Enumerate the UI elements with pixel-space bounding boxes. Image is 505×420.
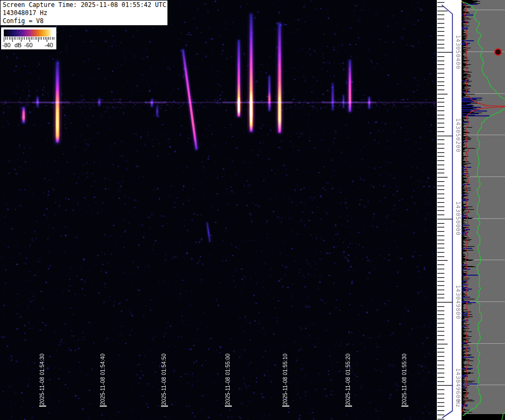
time-label: 2025-11-08 01:55:00: [225, 353, 231, 405]
frequency-label: 143049600: [455, 368, 462, 402]
colorbar-label-min: -80: [2, 42, 11, 48]
config-text: Config = V8: [3, 17, 167, 25]
time-tick-mark: [401, 406, 408, 407]
time-label: 2025-11-08 01:54:50: [161, 353, 167, 405]
capture-time-text: Screen Capture Time: 2025-11-08 01:55:42…: [3, 1, 167, 9]
time-tick-mark: [345, 406, 352, 407]
time-tick-mark: [39, 406, 46, 407]
frequency-label: 143050200: [455, 118, 462, 152]
colorbar-label-mid: -60: [24, 42, 33, 48]
time-tick-mark: [161, 406, 168, 407]
center-frequency-text: 143048017 Hz: [3, 9, 167, 17]
colorbar-ticks-major: [4, 37, 55, 42]
frequency-label: 143049800: [455, 285, 462, 319]
time-tick-mark: [282, 406, 289, 407]
frequency-label: 143050400: [455, 35, 462, 69]
colorbar-label-max: -40: [45, 42, 53, 48]
colorbar: -80 dB -60 -40: [1, 27, 56, 49]
info-box: Screen Capture Time: 2025-11-08 01:55:42…: [1, 1, 167, 25]
time-label: 2025-11-08 01:54:30: [39, 353, 45, 405]
frequency-label: Hz: [455, 400, 462, 408]
colorbar-gradient: [4, 30, 55, 36]
time-label: 2025-11-08 01:54:40: [100, 353, 106, 405]
time-label: 2025-11-08 01:55:20: [345, 353, 351, 405]
screen-capture: Screen Capture Time: 2025-11-08 01:55:42…: [0, 0, 505, 420]
spectrum-panel-canvas: [462, 0, 505, 420]
time-label: 2025-11-08 01:55:10: [282, 353, 288, 405]
frequency-label: 143050000: [455, 201, 462, 235]
spectrogram-canvas: [0, 0, 437, 420]
time-tick-mark: [100, 406, 107, 407]
time-label: 2025-11-08 01:55:30: [401, 353, 407, 405]
colorbar-label-unit: dB: [14, 42, 21, 48]
time-tick-mark: [225, 406, 232, 407]
